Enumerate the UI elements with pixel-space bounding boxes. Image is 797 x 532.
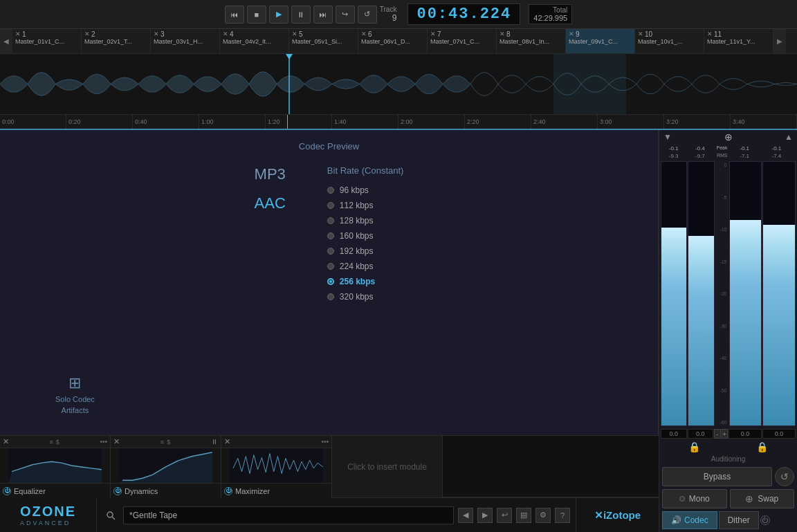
bitrate-128[interactable]: 128 kbps [327,214,404,227]
waveform-area[interactable] [0,54,797,115]
left-lock-icon[interactable]: 🔒 [688,441,700,452]
meter-minus-btn[interactable]: - [714,429,721,439]
left-ch1-fill [661,228,686,425]
forward-button[interactable]: ⏭ [313,6,333,24]
view-button[interactable]: ▤ [516,508,531,523]
track-item-8[interactable]: ✕8 Master_08v1_In... [497,29,566,54]
ozone-section: OZONE ADVANCED [0,498,97,532]
codec-aac[interactable]: AAC [255,194,286,212]
track-item-7[interactable]: ✕7 Master_07v1_C... [428,29,497,54]
track-item-3[interactable]: ✕3 Master_03v1_H... [151,29,220,54]
undo-button[interactable]: ↩ [497,508,512,523]
track-item-9[interactable]: ✕9 Master_09v1_C... [566,29,635,54]
insert-module-slot[interactable]: Click to insert module [332,436,443,498]
swap-button[interactable]: ⊕ Swap [730,489,795,508]
pause-button[interactable]: ⏸ [291,6,311,24]
track-item-1[interactable]: ✕1 Master_01v1_C... [12,29,82,54]
insert-module-label: Click to insert module [347,462,427,472]
track-item-6[interactable]: ✕6 Master_06v1_D... [358,29,428,54]
meter-plus-btn[interactable]: + [722,429,729,439]
izotope-logo-section: ✕iZotope [576,498,659,532]
module-max-power[interactable]: ⏻ [224,487,232,495]
track-item-2[interactable]: ✕2 Master_02v1_T... [82,29,151,54]
module-maximizer: ✕ ••• ⏻ Maximizer [221,436,332,498]
module-dynamics-close[interactable]: ✕ [113,437,120,446]
module-dyn-settings-icon[interactable]: ≡ [161,439,164,446]
meter-link-icon[interactable]: ⊕ [724,131,733,143]
bitrate-112[interactable]: 112 kbps [327,199,404,212]
auditioning-label: Auditioning [659,454,797,464]
meter-down-arrow[interactable]: ▼ [663,132,672,142]
search-icon[interactable] [102,507,119,524]
module-dyn-power[interactable]: ⏻ [113,487,122,495]
settings-button[interactable]: ⚙ [535,508,551,523]
solo-icon: ⊞ [68,374,81,392]
module-dyn-dollar-icon[interactable]: $ [167,439,170,446]
module-eq-settings-icon[interactable]: ≡ [50,439,53,446]
solo-codec-button[interactable]: ⊞ Solo Codec Artifacts [55,374,95,414]
module-dyn-pause[interactable]: ⏸ [211,438,218,446]
right-lock-icon[interactable]: 🔒 [756,441,768,452]
stop-button[interactable]: ■ [247,6,266,24]
search-prev-button[interactable]: ◀ [458,508,473,523]
codec-power-button[interactable]: ⏻ [760,515,770,525]
skip-button[interactable]: ↪ [336,6,355,24]
bitrate-320[interactable]: 320 kbps [327,291,404,303]
module-eq-power[interactable]: ⏻ [3,487,11,495]
bitrate-list: Bit Rate (Constant) 96 kbps 112 kbps [327,165,404,303]
dither-tab[interactable]: Dither [719,511,759,529]
track-item-10[interactable]: ✕10 Master_10v1_... [635,29,704,54]
module-eq-more[interactable]: ••• [100,438,107,446]
meter-top-icons: ▼ ⊕ ▲ [659,130,797,144]
codec-dither-tabs: 🔊 Codec Dither ⏻ [662,511,794,529]
bitrate-96-dot [327,187,334,194]
bitrate-112-dot [327,202,334,209]
module-max-name: Maximizer [235,487,270,495]
module-equalizer-close[interactable]: ✕ [3,437,9,446]
track-item-5[interactable]: ✕5 Master_05v1_Si... [289,29,358,54]
module-strip: ✕ ≡ $ ••• [0,435,659,497]
bitrate-160[interactable]: 160 kbps [327,230,404,242]
mono-button[interactable]: Mono [662,489,727,508]
codec-mp3[interactable]: MP3 [255,165,286,183]
right-ch1-fill [730,220,762,425]
loop-button[interactable]: ↺ [358,6,377,24]
bottom-center-controls: ◀ ▶ ↩ ▤ ⚙ ? [97,506,576,524]
bitrate-192[interactable]: 192 kbps [327,245,404,257]
meter-up-arrow[interactable]: ▲ [785,132,793,142]
bitrate-96[interactable]: 96 kbps [327,184,404,196]
track-item-11[interactable]: ✕11 Master_11v1_Y... [704,29,773,54]
bitrate-160-dot [327,232,334,239]
right-ch2-peak-val: -0.1 [761,145,792,152]
track-nav-next[interactable]: ▶ [773,29,786,54]
module-eq-footer: ⏻ Equalizer [0,483,110,498]
module-max-body [221,448,331,483]
mono-label: Mono [689,494,710,504]
help-button[interactable]: ? [555,508,570,523]
dyn-curve [111,448,221,483]
timeline-bar[interactable]: 0:00 0:20 0:40 1:00 1:20 1:40 2:00 2:20 … [0,115,797,130]
rms-label: RMS [714,153,728,159]
module-eq-dollar-icon[interactable]: $ [56,439,59,446]
ch2-rms-val: -9.7 [687,153,713,159]
ch1-rms-val: -9.3 [661,153,686,159]
codec-tab[interactable]: 🔊 Codec [662,511,717,529]
bypass-cycle-button[interactable]: ↺ [775,467,794,486]
search-input[interactable] [123,506,454,524]
track-nav-prev[interactable]: ◀ [0,29,12,54]
track-info: Track 9 [380,6,397,23]
bypass-button[interactable]: Bypass [662,467,772,486]
artifacts-label: Artifacts [62,406,89,414]
play-button[interactable]: ▶ [269,6,288,24]
bitrate-224[interactable]: 224 kbps [327,260,404,273]
mono-swap-row: Mono ⊕ Swap [662,489,794,508]
svg-point-7 [107,512,113,517]
bitrate-256[interactable]: 256 kbps [327,275,404,288]
codec-tab-icon: 🔊 [671,515,681,525]
search-next-button[interactable]: ▶ [477,508,493,523]
rewind-button[interactable]: ⏮ [225,6,244,24]
ch2-peak-val: -0.4 [687,145,713,152]
track-item-4[interactable]: ✕4 Master_04v2_It... [220,29,289,54]
module-max-more[interactable]: ••• [321,438,329,446]
module-maximizer-close[interactable]: ✕ [224,437,230,446]
